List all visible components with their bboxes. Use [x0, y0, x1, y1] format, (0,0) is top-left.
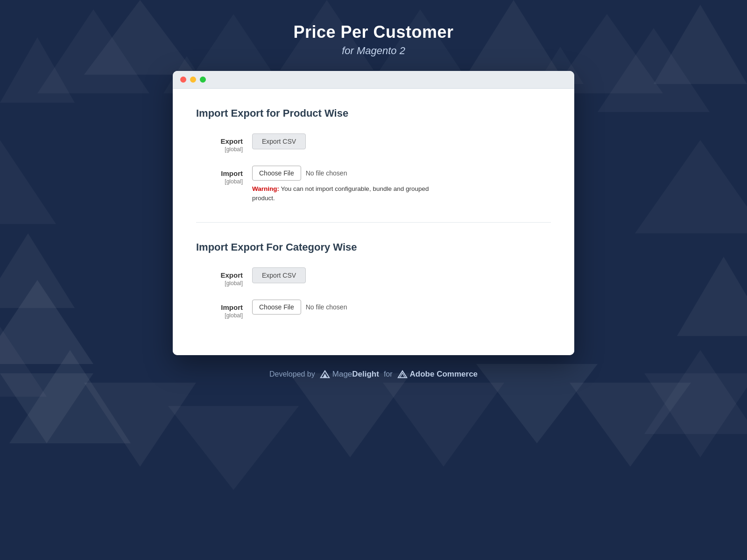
adobe-commerce-name: Adobe Commerce: [410, 370, 478, 379]
page-title: Price Per Customer: [0, 22, 747, 42]
page-header: Price Per Customer for Magento 2: [0, 0, 747, 71]
section-product-wise: Import Export for Product Wise Export [g…: [196, 107, 551, 203]
svg-marker-18: [168, 406, 299, 490]
page-subtitle: for Magento 2: [0, 45, 747, 57]
category-export-row: Export [global] Export CSV: [196, 267, 551, 287]
svg-marker-13: [635, 140, 747, 233]
product-export-control: Export CSV: [252, 133, 551, 149]
magedelight-logo: MageDelight: [320, 369, 379, 379]
product-file-input-area: Choose File No file chosen: [252, 166, 551, 181]
product-export-label: Export [global]: [196, 133, 252, 153]
product-import-control: Choose File No file chosen Warning: You …: [252, 166, 551, 203]
svg-marker-16: [0, 373, 93, 443]
category-file-name: No file chosen: [306, 303, 347, 311]
section-category-wise: Import Export For Category Wise Export […: [196, 241, 551, 319]
category-import-label: Import [global]: [196, 300, 252, 319]
section-product-title: Import Export for Product Wise: [196, 107, 551, 119]
traffic-light-minimize[interactable]: [190, 77, 196, 83]
svg-marker-19: [289, 373, 411, 457]
svg-marker-10: [0, 140, 56, 224]
product-import-warning: Warning: You can not import configurable…: [252, 184, 448, 203]
category-import-row: Import [global] Choose File No file chos…: [196, 300, 551, 319]
svg-marker-25: [9, 350, 131, 443]
svg-marker-15: [644, 350, 747, 434]
svg-marker-24: [0, 280, 93, 364]
page-footer: Developed by MageDelight for Adobe Comme…: [0, 369, 747, 379]
main-window: Import Export for Product Wise Export [g…: [173, 71, 574, 355]
window-frame: Import Export for Product Wise Export [g…: [173, 71, 574, 355]
product-export-row: Export [global] Export CSV: [196, 133, 551, 153]
svg-marker-20: [383, 383, 504, 467]
category-import-control: Choose File No file chosen: [252, 300, 551, 315]
product-choose-file-button[interactable]: Choose File: [252, 166, 301, 181]
traffic-light-close[interactable]: [180, 77, 186, 83]
svg-marker-14: [677, 257, 747, 336]
svg-marker-17: [84, 383, 196, 467]
adobe-commerce-logo: Adobe Commerce: [397, 369, 478, 379]
traffic-light-maximize[interactable]: [200, 77, 206, 83]
magedelight-name: MageDelight: [332, 370, 379, 379]
svg-marker-11: [0, 233, 75, 308]
footer-for-text: for: [384, 370, 393, 378]
section-divider: [196, 222, 551, 223]
product-export-csv-button[interactable]: Export CSV: [252, 133, 306, 149]
product-import-label: Import [global]: [196, 166, 252, 185]
category-file-input-area: Choose File No file chosen: [252, 300, 551, 315]
window-content: Import Export for Product Wise Export [g…: [173, 89, 574, 355]
window-titlebar: [173, 71, 574, 89]
product-import-row: Import [global] Choose File No file chos…: [196, 166, 551, 203]
svg-marker-12: [0, 327, 47, 397]
adobe-icon: [397, 369, 408, 379]
footer-developed-by: Developed by: [269, 370, 315, 378]
svg-marker-22: [570, 383, 691, 467]
category-choose-file-button[interactable]: Choose File: [252, 300, 301, 315]
category-export-csv-button[interactable]: Export CSV: [252, 267, 306, 283]
product-file-name: No file chosen: [306, 169, 347, 177]
magedelight-icon: [320, 369, 330, 379]
svg-marker-23: [644, 373, 747, 457]
section-category-title: Import Export For Category Wise: [196, 241, 551, 253]
category-export-control: Export CSV: [252, 267, 551, 283]
category-export-label: Export [global]: [196, 267, 252, 287]
